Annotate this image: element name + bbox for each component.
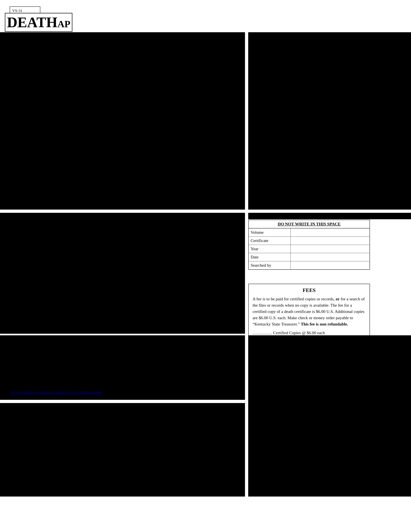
date-label: Date (249, 253, 291, 261)
office-use-row-searched-by: Searched by (249, 261, 370, 269)
ap-text: AP (57, 19, 70, 29)
office-use-row-year: Year (249, 245, 370, 253)
obscured-block-3 (0, 213, 245, 334)
certified-copies-blank[interactable] (252, 334, 272, 334)
certified-copies-line: Certified Copies @ $6.00 each (252, 331, 366, 335)
fees-body: A fee is to be paid for certified copies… (252, 296, 366, 327)
year-label: Year (249, 245, 291, 253)
searched-by-value[interactable] (291, 261, 370, 269)
death-heading: DEATHAP (5, 13, 72, 32)
fees-non-refundable: This fee is non refundable. (301, 322, 348, 326)
office-use-row-date: Date (249, 253, 370, 261)
office-use-row-volume: Volume (249, 228, 370, 237)
form-number: VS-31 (12, 8, 38, 14)
obscured-block-5 (0, 403, 245, 496)
searched-by-label: Searched by (249, 261, 291, 269)
obscured-block-6 (248, 335, 411, 496)
office-use-row-certificate: Certificate (249, 237, 370, 245)
office-use-header: DO NOT WRITE IN THIS SPACE (249, 220, 370, 228)
year-value[interactable] (291, 245, 370, 253)
obscured-block-7 (248, 213, 411, 219)
obscured-block-2 (248, 32, 411, 209)
volume-label: Volume (249, 228, 291, 237)
fees-body-1: A fee is to be paid for certified copies… (252, 297, 335, 301)
vital-records-link[interactable]: www.vitalstek.com/kentucky-express-birth… (10, 390, 103, 394)
fees-or: or (336, 297, 340, 301)
fees-title: FEES (252, 287, 366, 293)
link-area: www.vitalstek.com/kentucky-express-birth… (10, 390, 103, 394)
certificate-value[interactable] (291, 237, 370, 245)
volume-value[interactable] (291, 228, 370, 237)
date-value[interactable] (291, 253, 370, 261)
obscured-block-1 (0, 32, 245, 209)
certificate-label: Certificate (249, 237, 291, 245)
death-text: DEATH (7, 14, 57, 30)
office-use-box: DO NOT WRITE IN THIS SPACE Volume Certif… (248, 220, 370, 270)
page: VS-31 (Rev 1/30/2012) DEATHAP DO NOT WRI… (0, 0, 411, 532)
certified-copies-label: Certified Copies @ $6.00 each (273, 331, 325, 335)
